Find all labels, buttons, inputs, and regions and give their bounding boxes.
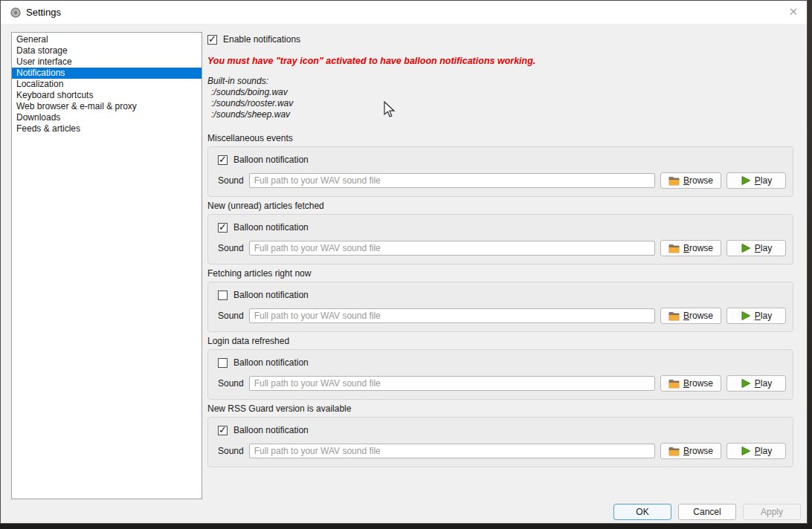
sidebar-item-keyboard-shortcuts[interactable]: Keyboard shortcuts bbox=[12, 90, 202, 101]
ok-button[interactable]: OK bbox=[613, 504, 671, 520]
title-bar: Settings ✕ bbox=[1, 1, 807, 24]
settings-dialog: Settings ✕ GeneralData storageUser inter… bbox=[0, 0, 808, 524]
close-icon: ✕ bbox=[789, 5, 799, 19]
folder-icon bbox=[668, 311, 680, 321]
builtin-sound-path: :/sounds/boing.wav bbox=[211, 87, 793, 98]
play-label: Play bbox=[755, 311, 772, 321]
play-icon bbox=[741, 175, 751, 186]
browse-button[interactable]: Browse bbox=[660, 375, 721, 392]
sound-label: Sound bbox=[218, 243, 244, 253]
desktop-edge-right bbox=[807, 0, 812, 529]
section-groupbox: Balloon notification Sound Browse bbox=[207, 146, 793, 197]
sidebar-item-web-browser-e-mail-proxy[interactable]: Web browser & e-mail & proxy bbox=[12, 101, 202, 112]
sound-label: Sound bbox=[218, 378, 244, 389]
builtin-sounds-info: Built-in sounds: :/sounds/boing.wav :/so… bbox=[207, 76, 793, 120]
play-icon bbox=[741, 243, 751, 253]
folder-icon bbox=[668, 379, 680, 389]
sidebar-item-notifications[interactable]: Notifications bbox=[12, 68, 202, 79]
play-label: Play bbox=[755, 243, 772, 253]
play-button[interactable]: Play bbox=[726, 443, 786, 459]
notification-section: New (unread) articles fetched Balloon no… bbox=[207, 201, 793, 264]
section-groupbox: Balloon notification Sound Browse bbox=[207, 349, 793, 400]
section-title: Fetching articles right now bbox=[207, 268, 793, 279]
play-label: Play bbox=[755, 175, 772, 186]
balloon-notification-checkbox[interactable] bbox=[218, 291, 228, 300]
enable-notifications-label[interactable]: Enable notifications bbox=[223, 34, 300, 45]
section-groupbox: Balloon notification Sound Browse bbox=[207, 417, 793, 467]
sidebar-item-user-interface[interactable]: User interface bbox=[12, 56, 202, 68]
balloon-notification-label[interactable]: Balloon notification bbox=[233, 222, 309, 233]
desktop-background: Settings ✕ GeneralData storageUser inter… bbox=[0, 0, 812, 529]
desktop-edge-bottom bbox=[0, 523, 812, 529]
sound-label: Sound bbox=[218, 311, 244, 321]
notifications-panel: Enable notifications You must have "tray… bbox=[207, 32, 793, 471]
folder-icon bbox=[668, 244, 680, 253]
balloon-notification-checkbox[interactable] bbox=[218, 358, 228, 368]
play-button[interactable]: Play bbox=[726, 172, 786, 189]
sound-path-input[interactable] bbox=[249, 241, 655, 256]
sidebar-item-general[interactable]: General bbox=[12, 34, 202, 45]
browse-label: Browse bbox=[683, 446, 713, 456]
notification-section: Fetching articles right now Balloon noti… bbox=[207, 268, 793, 332]
section-title: New RSS Guard version is available bbox=[207, 403, 793, 414]
browse-button[interactable]: Browse bbox=[660, 308, 721, 324]
settings-category-list: GeneralData storageUser interfaceNotific… bbox=[11, 32, 202, 499]
folder-icon bbox=[668, 447, 680, 456]
section-groupbox: Balloon notification Sound Browse bbox=[207, 214, 793, 264]
play-button[interactable]: Play bbox=[726, 240, 786, 256]
settings-gear-icon bbox=[10, 7, 21, 18]
balloon-notification-checkbox[interactable] bbox=[218, 155, 228, 165]
section-title: Miscellaneous events bbox=[207, 133, 793, 143]
play-icon bbox=[741, 311, 751, 321]
balloon-notification-checkbox[interactable] bbox=[218, 223, 228, 233]
tray-icon-warning-text: You must have "tray icon" activated to h… bbox=[207, 56, 793, 66]
sidebar-item-data-storage[interactable]: Data storage bbox=[12, 45, 202, 56]
notification-section: Login data refreshed Balloon notificatio… bbox=[207, 336, 793, 400]
sound-path-input[interactable] bbox=[249, 173, 655, 188]
section-title: New (unread) articles fetched bbox=[207, 201, 793, 211]
sidebar-item-feeds-articles[interactable]: Feeds & articles bbox=[12, 123, 202, 134]
browse-label: Browse bbox=[683, 378, 713, 389]
browse-button[interactable]: Browse bbox=[660, 172, 721, 189]
browse-button[interactable]: Browse bbox=[660, 443, 721, 459]
window-title: Settings bbox=[26, 7, 61, 18]
play-button[interactable]: Play bbox=[726, 375, 786, 392]
balloon-notification-checkbox[interactable] bbox=[218, 426, 228, 435]
sound-label: Sound bbox=[218, 446, 244, 456]
builtin-sound-path: :/sounds/rooster.wav bbox=[211, 98, 793, 109]
play-button[interactable]: Play bbox=[726, 308, 786, 324]
builtin-sound-path: :/sounds/sheep.wav bbox=[211, 109, 793, 120]
notification-section: New RSS Guard version is available Ballo… bbox=[207, 403, 793, 467]
dialog-buttons: OK Cancel Apply bbox=[613, 504, 801, 520]
enable-notifications-checkbox[interactable] bbox=[207, 35, 217, 45]
notification-section: Miscellaneous events Balloon notificatio… bbox=[207, 133, 793, 197]
browse-label: Browse bbox=[683, 175, 713, 186]
close-button[interactable]: ✕ bbox=[782, 1, 805, 23]
section-title: Login data refreshed bbox=[207, 336, 793, 346]
section-groupbox: Balloon notification Sound Browse bbox=[207, 282, 793, 332]
sound-label: Sound bbox=[218, 175, 244, 186]
balloon-notification-label[interactable]: Balloon notification bbox=[233, 290, 309, 300]
browse-button[interactable]: Browse bbox=[660, 240, 721, 256]
cancel-button[interactable]: Cancel bbox=[678, 504, 736, 520]
balloon-notification-label[interactable]: Balloon notification bbox=[233, 357, 309, 368]
play-label: Play bbox=[755, 378, 772, 389]
sound-path-input[interactable] bbox=[249, 308, 655, 323]
play-icon bbox=[741, 378, 751, 389]
builtin-sounds-heading: Built-in sounds: bbox=[207, 76, 793, 87]
balloon-notification-label[interactable]: Balloon notification bbox=[233, 155, 309, 165]
play-icon bbox=[741, 446, 751, 456]
folder-icon bbox=[668, 176, 680, 186]
balloon-notification-label[interactable]: Balloon notification bbox=[233, 425, 309, 435]
sound-path-input[interactable] bbox=[249, 376, 655, 391]
browse-label: Browse bbox=[683, 243, 713, 253]
sidebar-item-localization[interactable]: Localization bbox=[12, 79, 202, 90]
browse-label: Browse bbox=[683, 311, 713, 321]
sound-path-input[interactable] bbox=[249, 444, 655, 458]
notification-sections: Miscellaneous events Balloon notificatio… bbox=[207, 133, 793, 467]
play-label: Play bbox=[755, 446, 772, 456]
sidebar-item-downloads[interactable]: Downloads bbox=[12, 112, 202, 123]
apply-button[interactable]: Apply bbox=[743, 504, 801, 520]
